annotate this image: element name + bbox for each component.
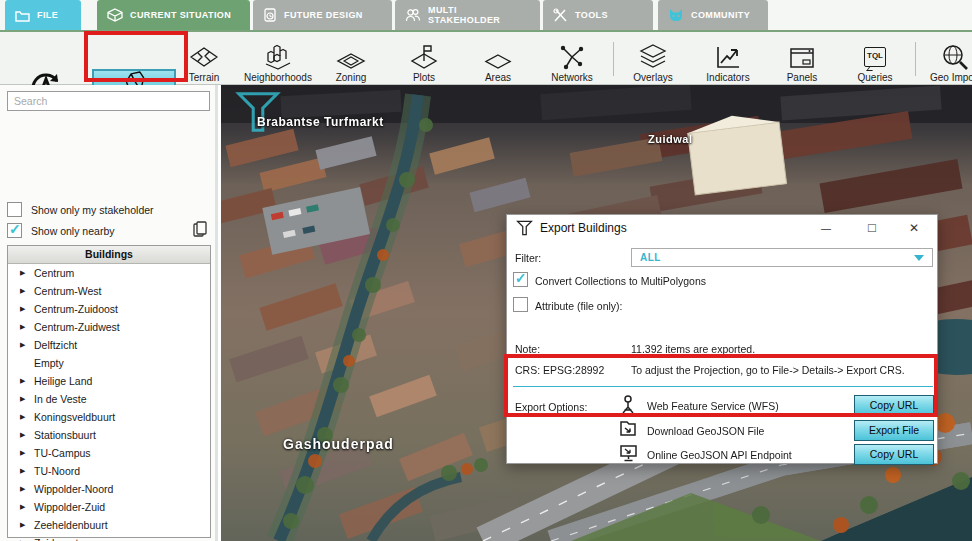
cube-icon bbox=[107, 8, 123, 22]
maximize-button[interactable] bbox=[857, 215, 887, 241]
tab-multi-stakeholder[interactable]: MULTI STAKEHOLDER bbox=[395, 0, 540, 30]
list-item-delftzicht[interactable]: Delftzicht bbox=[8, 336, 210, 354]
terrain-icon bbox=[189, 46, 219, 70]
list-item-label: Zeeheldenbuurt bbox=[34, 519, 108, 531]
expand-arrow-icon bbox=[20, 503, 34, 511]
expand-arrow-icon bbox=[20, 395, 34, 403]
list-item-empty[interactable]: Empty bbox=[8, 354, 210, 372]
attribute-checkbox[interactable] bbox=[513, 297, 528, 312]
nearby-checkbox[interactable] bbox=[7, 223, 22, 238]
list-item-koningsveldbuurt[interactable]: Koningsveldbuurt bbox=[8, 408, 210, 426]
search-input[interactable] bbox=[7, 91, 210, 111]
street-label-gashouderpad: Gashouderpad bbox=[283, 436, 394, 452]
chevron-down-icon bbox=[914, 255, 924, 261]
convert-multipolygons-checkbox[interactable] bbox=[513, 272, 528, 287]
minimize-button[interactable] bbox=[811, 215, 841, 241]
export-buildings-dialog: Export Buildings Filter: ALL Convert Col… bbox=[506, 214, 938, 464]
tab-community[interactable]: COMMUNITY bbox=[658, 0, 768, 30]
tygron-funnel-icon bbox=[516, 220, 533, 236]
show-only-nearby-row[interactable]: Show only nearby bbox=[7, 223, 114, 238]
toolbar-item-panels[interactable]: Panels bbox=[760, 35, 844, 83]
list-item-label: Centrum-Zuidwest bbox=[34, 321, 120, 333]
expand-arrow-icon bbox=[20, 269, 34, 277]
queries-tql-icon: TQL bbox=[862, 46, 888, 70]
checkbox-label: Show only nearby bbox=[31, 225, 114, 237]
toolbar-label: Queries bbox=[857, 72, 892, 83]
list-item-zuidpoort[interactable]: Zuidpoort bbox=[8, 534, 210, 541]
list-item-stationsbuurt[interactable]: Stationsbuurt bbox=[8, 426, 210, 444]
toolbar-label: Overlays bbox=[633, 72, 672, 83]
geo-import-icon bbox=[941, 44, 969, 70]
panels-icon bbox=[788, 46, 816, 70]
list-item-tu-campus[interactable]: TU-Campus bbox=[8, 444, 210, 462]
toolbar-label: Indicators bbox=[706, 72, 749, 83]
clipboard-clock-icon bbox=[263, 8, 277, 22]
toolbar-item-queries[interactable]: TQL Queries bbox=[833, 35, 917, 83]
list-item-label: Centrum bbox=[34, 267, 74, 279]
highlight-buildings-button bbox=[84, 31, 188, 82]
dialog-title: Export Buildings bbox=[540, 221, 627, 235]
highlight-export-options bbox=[504, 354, 938, 417]
list-item-label: Centrum-West bbox=[34, 285, 102, 297]
expand-arrow-icon bbox=[20, 377, 34, 385]
list-item-centrum-zuidoost[interactable]: Centrum-Zuidoost bbox=[8, 300, 210, 318]
expand-arrow-icon bbox=[20, 485, 34, 493]
toolbar-item-geo-import[interactable]: Geo Import bbox=[913, 35, 972, 83]
show-only-my-stakeholder-row[interactable]: Show only my stakeholder bbox=[7, 202, 154, 217]
tab-label: MULTI STAKEHOLDER bbox=[428, 5, 530, 25]
list-item-label: Koningsveldbuurt bbox=[34, 411, 115, 423]
online-endpoint-icon bbox=[619, 444, 638, 462]
expand-arrow-icon bbox=[20, 431, 34, 439]
list-item-label: Empty bbox=[34, 357, 64, 369]
expand-arrow-icon bbox=[20, 323, 34, 331]
tab-current-situation[interactable]: CURRENT SITUATION bbox=[97, 0, 250, 30]
list-item-label: Wippolder-Zuid bbox=[34, 501, 105, 513]
list-item-wippolder-zuid[interactable]: Wippolder-Zuid bbox=[8, 498, 210, 516]
plots-icon bbox=[410, 44, 438, 70]
toolbar-item-networks[interactable]: Networks bbox=[530, 35, 614, 83]
toolbar-label: Areas bbox=[485, 72, 511, 83]
list-item-in-de-veste[interactable]: In de Veste bbox=[8, 390, 210, 408]
list-item-label: In de Veste bbox=[34, 393, 87, 405]
expand-arrow-icon bbox=[20, 305, 34, 313]
checkbox-label: Show only my stakeholder bbox=[31, 204, 154, 216]
street-label-zuidwal: Zuidwal bbox=[648, 133, 692, 145]
indicators-icon bbox=[714, 44, 742, 70]
close-button[interactable] bbox=[899, 215, 929, 241]
toolbar-label: Networks bbox=[551, 72, 593, 83]
toolbar-label: Panels bbox=[787, 72, 818, 83]
buildings-list-header: Buildings bbox=[8, 246, 210, 264]
toolbar-item-areas[interactable]: Areas bbox=[456, 35, 540, 83]
copy-url-endpoint-button[interactable]: Copy URL bbox=[854, 444, 934, 465]
list-item-heilige-land[interactable]: Heilige Land bbox=[8, 372, 210, 390]
buildings-list: Buildings Centrum Centrum-West Centrum-Z… bbox=[7, 245, 211, 538]
online-geojson-label: Online GeoJSON API Endpoint bbox=[647, 449, 792, 461]
list-item-centrum[interactable]: Centrum bbox=[8, 264, 210, 282]
stakeholder-checkbox[interactable] bbox=[7, 202, 22, 217]
expand-arrow-icon bbox=[20, 341, 34, 349]
clipboard-icon[interactable] bbox=[193, 221, 207, 237]
toolbar-item-indicators[interactable]: Indicators bbox=[686, 35, 770, 83]
list-item-tu-noord[interactable]: TU-Noord bbox=[8, 462, 210, 480]
dialog-titlebar[interactable]: Export Buildings bbox=[507, 215, 937, 241]
toolbar-label: Plots bbox=[413, 72, 435, 83]
expand-arrow-icon bbox=[20, 521, 34, 529]
toolbar-item-plots[interactable]: Plots bbox=[382, 35, 466, 83]
list-item-label: Centrum-Zuidoost bbox=[34, 303, 118, 315]
toolbar-item-neighborhoods[interactable]: Neighborhoods bbox=[236, 35, 320, 83]
tab-file[interactable]: FILE bbox=[5, 0, 81, 30]
filter-dropdown[interactable]: ALL bbox=[631, 248, 933, 267]
tab-label: FUTURE DESIGN bbox=[284, 10, 363, 20]
toolbar-item-overlays[interactable]: Overlays bbox=[611, 35, 695, 83]
filter-label: Filter: bbox=[515, 252, 541, 264]
tab-tools[interactable]: TOOLS bbox=[543, 0, 653, 30]
toolbar-item-zoning[interactable]: Zoning bbox=[309, 35, 393, 83]
download-file-icon bbox=[619, 420, 638, 438]
list-item-wippolder-noord[interactable]: Wippolder-Noord bbox=[8, 480, 210, 498]
expand-arrow-icon bbox=[20, 467, 34, 475]
export-file-button[interactable]: Export File bbox=[854, 420, 934, 441]
list-item-centrum-zuidwest[interactable]: Centrum-Zuidwest bbox=[8, 318, 210, 336]
list-item-centrum-west[interactable]: Centrum-West bbox=[8, 282, 210, 300]
list-item-zeeheldenbuurt[interactable]: Zeeheldenbuurt bbox=[8, 516, 210, 534]
tab-future-design[interactable]: FUTURE DESIGN bbox=[253, 0, 392, 30]
